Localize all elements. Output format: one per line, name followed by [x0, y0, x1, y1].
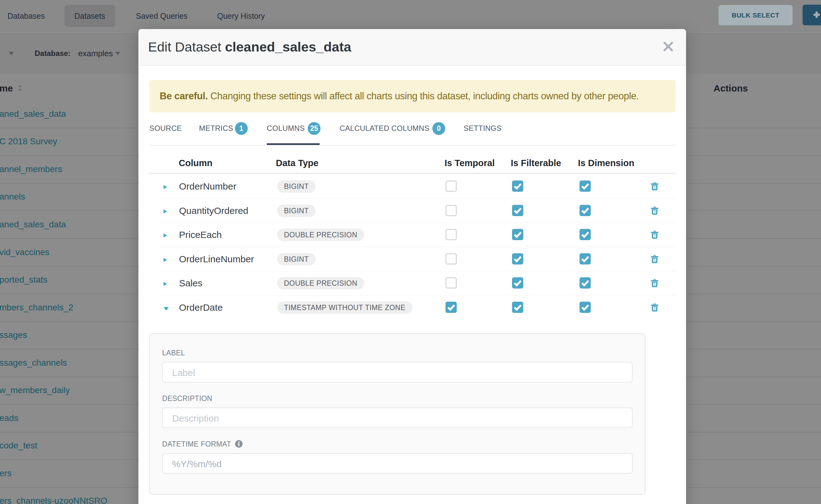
column-detail-panel: LABEL Label DESCRIPTION Description DATE…: [149, 333, 645, 495]
checkmark-icon: [580, 205, 591, 216]
is-temporal-checkbox[interactable]: [446, 253, 457, 264]
is-dimension-checkbox[interactable]: [580, 229, 591, 240]
delete-column-icon[interactable]: [651, 279, 658, 287]
column-row: Sales DOUBLE PRECISION: [159, 271, 676, 295]
is-temporal-checkbox[interactable]: [446, 277, 457, 289]
datatype-pill: BIGINT: [277, 180, 315, 193]
checkmark-icon: [512, 205, 523, 216]
checkmark-icon: [512, 302, 523, 313]
column-name: PriceEach: [179, 230, 222, 240]
checkmark-icon: [512, 253, 523, 264]
column-name: OrderNumber: [179, 181, 236, 192]
column-header-istemporal: Is Temporal: [445, 158, 495, 168]
close-icon[interactable]: [660, 38, 677, 55]
column-row: OrderNumber BIGINT: [159, 174, 676, 199]
label-field-label: LABEL: [162, 349, 633, 358]
is-dimension-checkbox[interactable]: [580, 205, 591, 216]
tab-calculated-columns[interactable]: CALCULATED COLUMNS: [339, 124, 429, 133]
info-icon[interactable]: [235, 440, 243, 448]
datatype-pill: TIMESTAMP WITHOUT TIME ZONE: [277, 301, 413, 314]
is-temporal-checkbox[interactable]: [446, 229, 457, 240]
modal-header: Edit Dataset cleaned_sales_data: [138, 29, 686, 66]
is-temporal-checkbox[interactable]: [446, 205, 457, 216]
datatype-pill: BIGINT: [277, 205, 315, 217]
is-dimension-checkbox[interactable]: [580, 277, 591, 289]
checkmark-icon: [512, 180, 523, 192]
datatype-pill: DOUBLE PRECISION: [277, 229, 364, 241]
is-temporal-checkbox[interactable]: [446, 302, 457, 313]
tab-metrics[interactable]: METRICS: [199, 124, 233, 133]
active-tab-underline: [267, 143, 319, 145]
delete-column-icon[interactable]: [651, 182, 658, 190]
calculated-columns-count-badge: 0: [433, 122, 445, 135]
datetime-format-field-input[interactable]: %Y/%m/%d: [162, 453, 633, 474]
is-temporal-checkbox[interactable]: [446, 180, 457, 192]
checkmark-icon: [580, 302, 591, 313]
datatype-pill: DOUBLE PRECISION: [277, 277, 364, 289]
is-filterable-checkbox[interactable]: [512, 277, 523, 289]
expand-caret-right-icon[interactable]: [163, 282, 167, 286]
is-filterable-checkbox[interactable]: [512, 180, 523, 192]
column-row: OrderLineNumber BIGINT: [159, 247, 676, 271]
datetime-format-field-label: DATETIME FORMAT: [162, 440, 633, 449]
warning-banner: Be careful.Changing these settings will …: [149, 80, 676, 112]
delete-column-icon[interactable]: [651, 303, 658, 312]
table-header-border: [149, 173, 676, 174]
checkmark-icon: [446, 302, 457, 313]
is-dimension-checkbox[interactable]: [580, 302, 591, 313]
collapse-caret-down-icon[interactable]: [163, 307, 169, 311]
column-name: OrderLineNumber: [179, 254, 254, 264]
column-header-isfilterable: Is Filterable: [511, 158, 561, 168]
columns-count-badge: 25: [308, 122, 320, 135]
tab-source[interactable]: SOURCE: [149, 124, 182, 133]
is-dimension-checkbox[interactable]: [580, 180, 591, 192]
delete-column-icon[interactable]: [651, 255, 658, 263]
checkmark-icon: [580, 180, 591, 192]
label-field-input[interactable]: Label: [162, 362, 633, 383]
modal-title: Edit Dataset cleaned_sales_data: [148, 29, 351, 65]
description-field-label: DESCRIPTION: [162, 394, 633, 404]
column-row: PriceEach DOUBLE PRECISION: [159, 223, 676, 247]
column-row: OrderDate TIMESTAMP WITHOUT TIME ZONE: [159, 295, 676, 320]
checkmark-icon: [512, 229, 523, 240]
metrics-count-badge: 1: [235, 122, 248, 135]
column-row: QuantityOrdered BIGINT: [159, 199, 676, 223]
is-filterable-checkbox[interactable]: [512, 253, 523, 264]
modal-tabs: SOURCE METRICS 1 COLUMNS 25 CALCULATED C…: [149, 121, 676, 146]
delete-column-icon[interactable]: [651, 230, 658, 239]
checkmark-icon: [512, 277, 523, 289]
checkmark-icon: [580, 277, 591, 289]
expand-caret-right-icon[interactable]: [163, 185, 167, 189]
checkmark-icon: [580, 253, 591, 264]
description-field-input[interactable]: Description: [162, 408, 633, 428]
checkmark-icon: [580, 229, 591, 240]
is-filterable-checkbox[interactable]: [512, 229, 523, 240]
datatype-pill: BIGINT: [277, 253, 315, 265]
edit-dataset-modal: Edit Dataset cleaned_sales_data Be caref…: [138, 29, 686, 504]
is-filterable-checkbox[interactable]: [512, 302, 523, 313]
column-name: OrderDate: [179, 302, 223, 313]
tab-settings[interactable]: SETTINGS: [464, 124, 502, 133]
column-header-column: Column: [179, 158, 212, 168]
column-header-isdimension: Is Dimension: [578, 158, 635, 168]
delete-column-icon[interactable]: [651, 206, 658, 215]
expand-caret-right-icon[interactable]: [163, 209, 167, 214]
expand-caret-right-icon[interactable]: [163, 233, 167, 238]
is-filterable-checkbox[interactable]: [512, 205, 523, 216]
column-name: QuantityOrdered: [179, 205, 248, 216]
expand-caret-right-icon[interactable]: [163, 258, 167, 262]
is-dimension-checkbox[interactable]: [580, 253, 591, 264]
column-name: Sales: [179, 278, 202, 289]
column-header-datatype: Data Type: [276, 158, 318, 168]
tab-columns[interactable]: COLUMNS: [267, 124, 304, 133]
